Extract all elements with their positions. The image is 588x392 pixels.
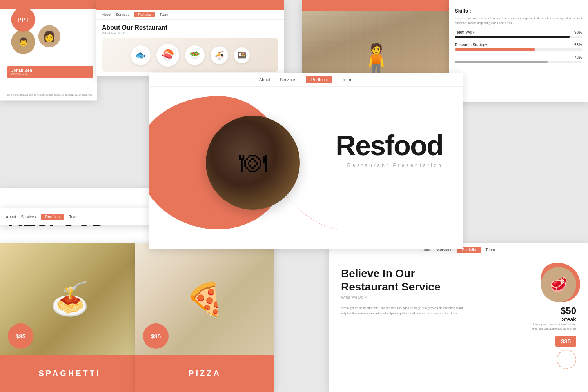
nav-team[interactable]: Team xyxy=(342,77,352,82)
food-plates-area: 🐟 🍣 🥗 🍜 🍱 xyxy=(102,38,278,72)
nav-portfolio[interactable]: Portfolio xyxy=(306,76,332,83)
brand-title: Resfood xyxy=(336,131,443,160)
steak-name: Steak xyxy=(529,316,576,323)
steak-price: $50 xyxy=(529,305,576,316)
spaghetti-label: SPAGHETTI xyxy=(39,369,101,378)
steak-info: $50 Steak lorem ipsum dolor sita amet co… xyxy=(529,305,576,331)
believe-nav-team[interactable]: Team xyxy=(485,248,495,252)
skills-description: lorem ipsum dolor sita amet consec tetu … xyxy=(455,16,582,25)
skill-research-pct: 63% xyxy=(574,43,582,47)
tc-nav-services[interactable]: Services xyxy=(116,13,130,16)
skill-research-bar-bg xyxy=(455,48,582,51)
deco-circle xyxy=(557,350,576,369)
skill-research-label: Research Strategy xyxy=(455,43,487,47)
about-title: About Our Restaurant xyxy=(102,24,278,31)
skill-teamwork-bar-fill xyxy=(455,36,570,38)
pizza-photo: 🍕 $35 xyxy=(135,243,274,355)
plate-4: 🍜 xyxy=(211,46,228,64)
top-center-slide: About Services Portfolio Team About Our … xyxy=(96,0,284,76)
person-avatar: 👩 xyxy=(37,24,62,49)
tc-nav-team[interactable]: Team xyxy=(160,13,168,16)
believe-what: What We Do ? xyxy=(341,295,508,299)
believe-left: Believe In Our Restaurant Service What W… xyxy=(341,267,508,382)
ppt-badge: PPT xyxy=(11,7,36,32)
believe-text: lorem ipsum dolor sita amet consec tetu … xyxy=(341,305,466,316)
top-right-person-slide: 🧍 xyxy=(302,0,451,76)
plate-5: 🍱 xyxy=(234,47,250,63)
spaghetti-footer: SPAGHETTI xyxy=(0,355,139,392)
pizza-price: $35 xyxy=(143,323,169,349)
main-food-circle: 🍽 xyxy=(206,116,300,210)
person-photo-area: 🧍 xyxy=(302,11,451,76)
person2-avatar: 👨 xyxy=(11,30,36,54)
tc-nav-portfolio[interactable]: Portfolio xyxy=(134,12,155,17)
skill-research-bar-fill xyxy=(455,48,535,51)
top-left-slide: PPT 👩 👨 Johan Ben CEO/Founder lorem ipsu… xyxy=(0,0,97,101)
skills-slide: Skills : lorem ipsum dolor sita amet con… xyxy=(449,0,588,102)
person-desc: lorem ipsum dolor sita amet consac tetu … xyxy=(7,93,93,97)
pizza-slide: 🍕 $35 PIZZA xyxy=(135,243,274,392)
plate-1: 🐟 xyxy=(131,45,151,65)
spaghetti-photo: 🍝 $35 xyxy=(0,243,139,355)
brand-subtitle: Restaurant Presentation xyxy=(336,163,443,168)
spaghetti-emoji: 🍝 xyxy=(50,281,89,318)
believe-right: 🥩 $50 Steak lorem ipsum dolor sita amet … xyxy=(517,267,576,382)
person-name: Johan Ben xyxy=(11,68,90,73)
believe-slide: About Services Portfolio Team Believe In… xyxy=(329,243,588,392)
believe-title: Believe In Our Restaurant Service xyxy=(341,267,508,293)
tc-nav-about[interactable]: About xyxy=(102,13,111,16)
nav-about[interactable]: About xyxy=(259,77,270,82)
spaghetti-price: $35 xyxy=(8,323,33,349)
main-title-area: Resfood Restaurant Presentation xyxy=(336,131,443,168)
steak-area: 🥩 xyxy=(541,267,576,302)
person-name-box: Johan Ben CEO/Founder xyxy=(7,66,93,78)
plate-2: 🍣 xyxy=(156,44,179,67)
spaghetti-slide: 🍝 $35 SPAGHETTI xyxy=(0,243,139,392)
plate-3: 🥗 xyxy=(185,45,205,65)
left-nav-portfolio[interactable]: Portfolio xyxy=(41,214,65,220)
tr-bar xyxy=(302,0,451,11)
main-nav: About Services Portfolio Team xyxy=(149,73,463,87)
skills-content: Skills : lorem ipsum dolor sita amet con… xyxy=(449,0,588,74)
steak-circle: 🥩 xyxy=(541,267,576,302)
left-nav-team[interactable]: Team xyxy=(69,215,78,219)
tc-content: About Our Restaurant What We Do ? 🐟 🍣 🥗 … xyxy=(96,20,284,76)
left-nav-panel: About Services Portfolio Team xyxy=(0,208,153,225)
tl-top-bar xyxy=(0,0,97,9)
nav-services[interactable]: Services xyxy=(280,77,296,82)
bottom-price-badge: $35 xyxy=(555,336,576,347)
person-role: CEO/Founder xyxy=(11,73,90,76)
tc-nav: About Services Portfolio Team xyxy=(96,10,284,20)
tc-coral-bar xyxy=(96,0,284,10)
wall-pattern xyxy=(302,11,451,76)
skill-research: Research Strategy 63% xyxy=(455,43,582,51)
skill-third-bar-bg xyxy=(455,61,582,63)
pizza-footer: PIZZA xyxy=(135,355,274,392)
skill-third: 73% xyxy=(455,55,582,63)
about-what: What We Do ? xyxy=(102,31,278,35)
person-description: lorem ipsum dolor sita amet consac tetu … xyxy=(7,93,93,97)
main-slide: About Services Portfolio Team 🍽 Resfood … xyxy=(149,73,463,249)
believe-content: Believe In Our Restaurant Service What W… xyxy=(329,257,588,392)
pizza-emoji: 🍕 xyxy=(185,281,225,318)
skills-title: Skills : xyxy=(455,8,582,14)
left-nav-about[interactable]: About xyxy=(6,215,16,219)
left-nav-services[interactable]: Services xyxy=(21,215,36,219)
pizza-label: PIZZA xyxy=(189,369,221,378)
skill-teamwork-bar-bg xyxy=(455,36,582,38)
skill-teamwork: Team Work 90% xyxy=(455,30,582,38)
skill-teamwork-pct: 90% xyxy=(574,30,582,34)
skill-third-pct: 73% xyxy=(574,55,582,60)
skill-third-bar-fill xyxy=(455,61,548,63)
steak-desc: lorem ipsum dolor sita amet consac tetu … xyxy=(529,323,576,331)
skill-teamwork-label: Team Work xyxy=(455,30,474,34)
